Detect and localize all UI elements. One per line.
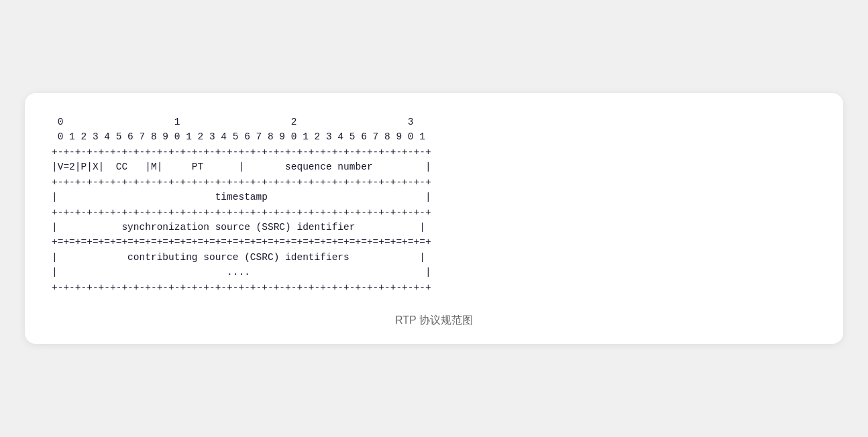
diagram-caption: RTP 协议规范图 — [52, 314, 816, 328]
main-card: 0 1 2 3 0 1 2 3 4 5 6 7 8 9 0 1 2 3 4 5 … — [25, 93, 843, 345]
diagram-container: 0 1 2 3 0 1 2 3 4 5 6 7 8 9 0 1 2 3 4 5 … — [52, 115, 816, 296]
rtp-diagram: 0 1 2 3 0 1 2 3 4 5 6 7 8 9 0 1 2 3 4 5 … — [52, 115, 816, 296]
